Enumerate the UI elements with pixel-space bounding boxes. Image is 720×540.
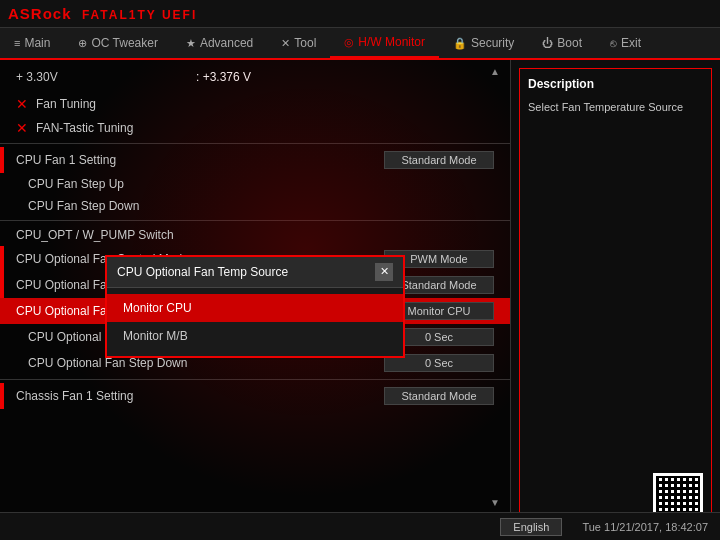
nav-label-boot: Boot xyxy=(557,36,582,50)
cpu-fan-step-down-item[interactable]: CPU Fan Step Down xyxy=(0,195,510,217)
advanced-icon: ★ xyxy=(186,37,196,50)
description-text: Select Fan Temperature Source xyxy=(528,99,703,116)
exit-icon: ⎋ xyxy=(610,37,617,49)
datetime-display: Tue 11/21/2017, 18:42:07 xyxy=(582,521,708,533)
nav-bar: ≡ Main ⊕ OC Tweaker ★ Advanced ✕ Tool ◎ … xyxy=(0,28,720,60)
voltage-value: : +3.376 V xyxy=(196,70,251,84)
popup-close-button[interactable]: ✕ xyxy=(375,263,393,281)
nav-label-main: Main xyxy=(24,36,50,50)
right-panel: Description Select Fan Temperature Sourc… xyxy=(510,60,720,540)
nav-item-advanced[interactable]: ★ Advanced xyxy=(172,28,267,58)
nav-item-hwmonitor[interactable]: ◎ H/W Monitor xyxy=(330,28,439,58)
nav-label-oc: OC Tweaker xyxy=(91,36,157,50)
cpu-opt-wpump-item[interactable]: CPU_OPT / W_PUMP Switch xyxy=(0,224,510,246)
fan-tuning-icon: ✕ xyxy=(16,96,28,112)
voltage-row: + 3.30V : +3.376 V ▲ xyxy=(0,66,510,88)
nav-item-main[interactable]: ≡ Main xyxy=(0,28,64,58)
fan-tuning-label: Fan Tuning xyxy=(36,97,494,111)
oc-icon: ⊕ xyxy=(78,37,87,50)
nav-label-advanced: Advanced xyxy=(200,36,253,50)
logo-model: FATAL1TY UEFI xyxy=(82,8,197,22)
chassis-fan-1-value: Standard Mode xyxy=(384,387,494,405)
nav-item-oc-tweaker[interactable]: ⊕ OC Tweaker xyxy=(64,28,171,58)
fan-tastic-item[interactable]: ✕ FAN-Tastic Tuning xyxy=(0,116,510,140)
popup-option-monitor-cpu[interactable]: Monitor CPU xyxy=(107,294,403,322)
nav-item-boot[interactable]: ⏻ Boot xyxy=(528,28,596,58)
cpu-fan-step-up-label: CPU Fan Step Up xyxy=(28,177,494,191)
cpu-fan-1-label: CPU Fan 1 Setting xyxy=(16,153,384,167)
popup-option-monitor-mb[interactable]: Monitor M/B xyxy=(107,322,403,350)
bar-indicator xyxy=(0,147,4,173)
nav-label-exit: Exit xyxy=(621,36,641,50)
nav-item-exit[interactable]: ⎋ Exit xyxy=(596,28,655,58)
logo-brand: ASRock xyxy=(8,5,72,22)
scroll-down-arrow[interactable]: ▼ xyxy=(490,497,500,508)
description-box: Description Select Fan Temperature Sourc… xyxy=(519,68,712,532)
popup-body: Monitor CPU Monitor M/B xyxy=(107,288,403,356)
popup-dialog: CPU Optional Fan Temp Source ✕ Monitor C… xyxy=(105,255,405,358)
chassis-fan-1-label: Chassis Fan 1 Setting xyxy=(16,389,384,403)
logo: ASRock FATAL1TY UEFI xyxy=(8,5,197,22)
chassis-fan-1-item[interactable]: Chassis Fan 1 Setting Standard Mode xyxy=(0,383,510,409)
cpu-opt-step-down-label: CPU Optional Fan Step Down xyxy=(28,356,384,370)
cpu-fan-step-down-label: CPU Fan Step Down xyxy=(28,199,494,213)
popup-title-bar: CPU Optional Fan Temp Source ✕ xyxy=(107,257,403,288)
bottom-bar: English Tue 11/21/2017, 18:42:07 xyxy=(0,512,720,540)
main-icon: ≡ xyxy=(14,37,20,49)
security-icon: 🔒 xyxy=(453,37,467,50)
bar-indicator-3 xyxy=(0,272,4,298)
fan-tuning-item[interactable]: ✕ Fan Tuning xyxy=(0,92,510,116)
cpu-fan-step-up-item[interactable]: CPU Fan Step Up xyxy=(0,173,510,195)
cpu-fan-1-value: Standard Mode xyxy=(384,151,494,169)
scroll-up-arrow[interactable]: ▲ xyxy=(490,66,500,77)
nav-label-security: Security xyxy=(471,36,514,50)
boot-icon: ⏻ xyxy=(542,37,553,49)
bar-indicator-2 xyxy=(0,246,4,272)
voltage-label: + 3.30V xyxy=(16,70,136,84)
hwmonitor-icon: ◎ xyxy=(344,36,354,49)
language-selector[interactable]: English xyxy=(500,518,562,536)
bar-indicator-4 xyxy=(0,383,4,409)
cpu-fan-1-item[interactable]: CPU Fan 1 Setting Standard Mode xyxy=(0,147,510,173)
cpu-opt-wpump-label: CPU_OPT / W_PUMP Switch xyxy=(16,228,494,242)
nav-label-hwmonitor: H/W Monitor xyxy=(358,35,425,49)
nav-item-tool[interactable]: ✕ Tool xyxy=(267,28,330,58)
nav-item-security[interactable]: 🔒 Security xyxy=(439,28,528,58)
nav-label-tool: Tool xyxy=(294,36,316,50)
header-bar: ASRock FATAL1TY UEFI xyxy=(0,0,720,28)
tool-icon: ✕ xyxy=(281,37,290,50)
fan-tastic-label: FAN-Tastic Tuning xyxy=(36,121,494,135)
popup-title: CPU Optional Fan Temp Source xyxy=(117,265,288,279)
fan-tastic-icon: ✕ xyxy=(16,120,28,136)
description-title: Description xyxy=(528,77,703,91)
